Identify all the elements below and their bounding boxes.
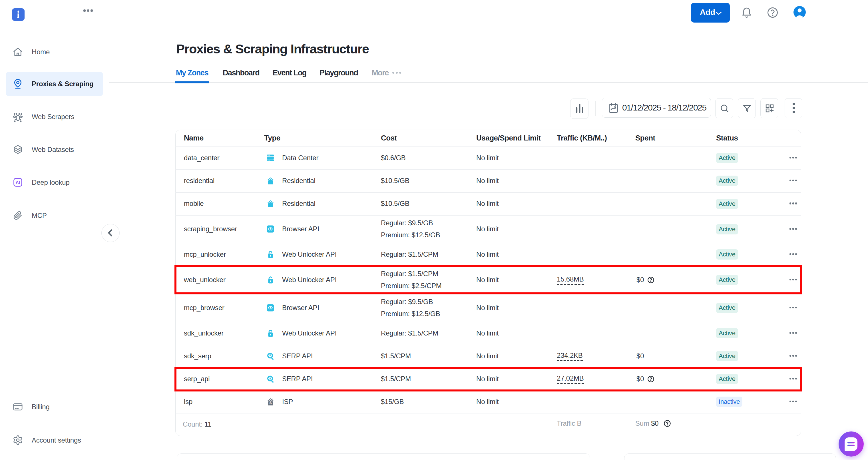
- svg-text:S: S: [269, 401, 272, 405]
- svg-text:AI: AI: [16, 180, 20, 185]
